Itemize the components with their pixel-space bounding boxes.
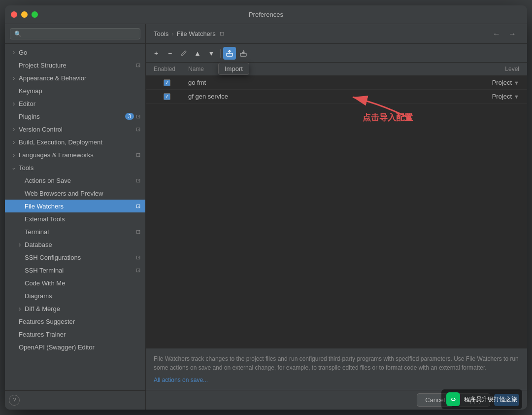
sidebar-item-diff-merge[interactable]: Diff & Merge (5, 302, 145, 315)
sidebar-item-diagrams[interactable]: Diagrams (5, 289, 145, 302)
sidebar-item-plugins[interactable]: Plugins 3 ⊡ (5, 110, 145, 123)
dropdown-icon[interactable]: ▼ (514, 94, 519, 100)
chevron-right-icon (11, 152, 17, 158)
edit-button[interactable] (177, 47, 190, 60)
table-row[interactable]: go fmt Project ▼ (146, 76, 527, 90)
sidebar-item-ssh-terminal[interactable]: SSH Terminal ⊡ (5, 264, 145, 277)
sidebar-item-label: External Tools (25, 215, 140, 223)
sidebar-item-features-trainer[interactable]: Features Trainer (5, 328, 145, 341)
sync-icon: ⊡ (136, 62, 140, 69)
watermark: 程序员升级打怪之旅 (441, 389, 522, 409)
dropdown-icon[interactable]: ▼ (514, 80, 519, 86)
preferences-window: Preferences 🔍 Go Project Structure (5, 5, 527, 410)
sidebar-item-terminal[interactable]: Terminal ⊡ (5, 225, 145, 238)
sidebar-item-version-control[interactable]: Version Control ⊡ (5, 123, 145, 136)
sidebar-item-label: Go (19, 49, 140, 56)
sidebar-item-languages[interactable]: Languages & Frameworks ⊡ (5, 148, 145, 161)
sidebar-item-label: OpenAPI (Swagger) Editor (19, 344, 140, 351)
minimize-button[interactable] (21, 11, 28, 18)
chevron-right-icon (11, 75, 17, 81)
spacer-icon (17, 293, 23, 299)
sidebar-item-label: Appearance & Behavior (19, 74, 140, 82)
breadcrumb-root: Tools (154, 30, 168, 37)
sidebar-item-label: Database (25, 241, 140, 248)
close-button[interactable] (11, 11, 17, 18)
sidebar-item-label: Web Browsers and Preview (25, 190, 140, 197)
title-bar: Preferences (5, 5, 527, 24)
sidebar-item-appearance[interactable]: Appearance & Behavior (5, 71, 145, 84)
svg-point-4 (452, 398, 453, 399)
search-icon: 🔍 (14, 31, 22, 37)
sidebar-item-build[interactable]: Build, Execution, Deployment (5, 136, 145, 148)
sidebar-item-editor[interactable]: Editor (5, 97, 145, 110)
sidebar-item-features-suggester[interactable]: Features Suggester (5, 315, 145, 328)
sidebar-item-tools[interactable]: Tools (5, 161, 145, 174)
checkbox-gf-gen[interactable] (164, 93, 170, 100)
cell-level: Project ▼ (464, 79, 523, 86)
toolbar: + − ▲ ▼ Import (146, 44, 527, 63)
chevron-right-icon (11, 101, 17, 106)
sidebar-item-actions-on-save[interactable]: Actions on Save ⊡ (5, 174, 145, 187)
sidebar-item-go[interactable]: Go (5, 46, 145, 59)
spacer-icon (17, 177, 23, 183)
spacer-icon (17, 267, 23, 273)
sidebar-list: Go Project Structure ⊡ Appearance & Beha… (5, 44, 145, 390)
sidebar-item-label: SSH Terminal (25, 267, 134, 274)
chevron-right-icon (11, 49, 17, 55)
col-level: Level (464, 63, 523, 75)
sidebar-item-label: File Watchers (25, 203, 134, 210)
right-panel: Tools › File Watchers ⊡ ← → + − ▲ (146, 24, 527, 410)
sync-icon: ⊡ (136, 267, 140, 274)
plugins-badge: 3 (125, 113, 134, 120)
sidebar-item-openapi[interactable]: OpenAPI (Swagger) Editor (5, 341, 145, 353)
sidebar-item-ssh-configurations[interactable]: SSH Configurations ⊡ (5, 251, 145, 264)
sidebar: 🔍 Go Project Structure ⊡ (5, 24, 146, 410)
remove-button[interactable]: − (164, 47, 176, 60)
spacer-icon (11, 88, 17, 94)
description-link[interactable]: All actions on save... (154, 377, 208, 383)
import-button[interactable]: Import (223, 47, 236, 60)
chevron-right-icon (17, 242, 23, 247)
sync-icon: ⊡ (136, 203, 140, 209)
help-button[interactable]: ? (9, 395, 20, 406)
sync-icon: ⊡ (136, 254, 140, 261)
chevron-down-icon (11, 165, 17, 171)
search-input[interactable] (24, 30, 136, 37)
watermark-text: 程序员升级打怪之旅 (464, 395, 517, 404)
sidebar-item-project-structure[interactable]: Project Structure ⊡ (5, 59, 145, 71)
spacer-icon (11, 318, 17, 324)
breadcrumb-current: File Watchers (177, 30, 216, 37)
checkbox-go-fmt[interactable] (164, 79, 170, 86)
svg-point-3 (449, 395, 457, 403)
move-up-button[interactable]: ▲ (191, 47, 204, 60)
nav-forward-button[interactable]: → (505, 29, 519, 39)
sidebar-item-external-tools[interactable]: External Tools (5, 212, 145, 225)
cell-enabled (150, 79, 184, 86)
breadcrumb-bar: Tools › File Watchers ⊡ ← → (146, 24, 527, 44)
sidebar-item-keymap[interactable]: Keymap (5, 84, 145, 97)
table-row[interactable]: gf gen service Project ▼ (146, 90, 527, 104)
maximize-button[interactable] (32, 11, 38, 18)
sidebar-item-file-watchers[interactable]: File Watchers ⊡ (5, 200, 145, 212)
sidebar-item-code-with-me[interactable]: Code With Me (5, 277, 145, 289)
chevron-right-icon (11, 126, 17, 132)
search-wrap[interactable]: 🔍 (10, 28, 140, 39)
breadcrumb-separator: › (171, 30, 173, 37)
move-down-button[interactable]: ▼ (205, 47, 218, 60)
sidebar-item-web-browsers[interactable]: Web Browsers and Preview (5, 187, 145, 200)
sidebar-item-label: Project Structure (19, 62, 134, 69)
sync-icon: ⊡ (136, 152, 140, 158)
sync-icon: ⊡ (136, 113, 140, 120)
sidebar-item-label: Build, Execution, Deployment (19, 138, 140, 146)
cell-name: go fmt (184, 79, 464, 86)
spacer-icon (17, 216, 23, 222)
nav-back-button[interactable]: ← (490, 29, 503, 39)
sidebar-item-database[interactable]: Database (5, 238, 145, 251)
export-button[interactable] (237, 47, 250, 60)
description-area: File Watchers track changes to the proje… (146, 348, 527, 390)
table-header: Enabled Name Level (146, 63, 527, 76)
cell-enabled (150, 93, 184, 100)
add-button[interactable]: + (150, 47, 163, 60)
spacer-icon (17, 280, 23, 286)
spacer-icon (11, 331, 17, 337)
